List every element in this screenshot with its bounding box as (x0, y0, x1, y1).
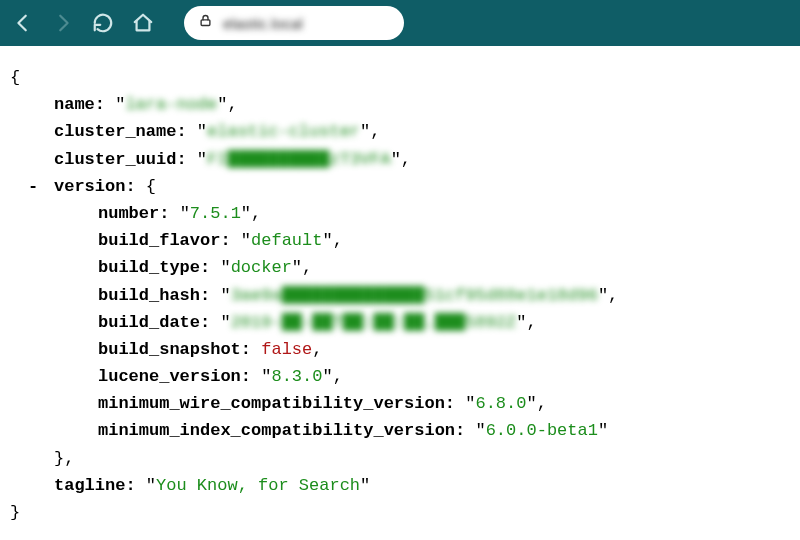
brace-close: } (10, 499, 790, 526)
json-field-tagline: tagline: "You Know, for Search" (10, 472, 790, 499)
svg-rect-0 (201, 20, 210, 26)
json-field-cluster-uuid: cluster_uuid: "FI██████████zT3VFA", (10, 146, 790, 173)
json-field-build-snapshot: build_snapshot: false, (10, 336, 790, 363)
home-button[interactable] (130, 10, 156, 36)
json-field-number: number: "7.5.1", (10, 200, 790, 227)
json-field-build-hash: build_hash: "3ae9a██████████████51cf95d8… (10, 282, 790, 309)
reload-button[interactable] (90, 10, 116, 36)
json-field-build-date: build_date: "2019-██-██T██:██:██.███5892… (10, 309, 790, 336)
json-field-version[interactable]: version: { (10, 173, 790, 200)
back-button[interactable] (10, 10, 36, 36)
forward-button[interactable] (50, 10, 76, 36)
brace-close-version: }, (10, 445, 790, 472)
json-field-lucene-version: lucene_version: "8.3.0", (10, 363, 790, 390)
json-field-min-index-compat: minimum_index_compatibility_version: "6.… (10, 417, 790, 444)
json-field-cluster-name: cluster_name: "elastic-cluster", (10, 118, 790, 145)
brace-open: { (10, 64, 790, 91)
url-bar[interactable]: elastic.local (184, 6, 404, 40)
json-viewer: { name: "lara-node", cluster_name: "elas… (0, 46, 800, 536)
browser-toolbar: elastic.local (0, 0, 800, 46)
lock-icon (198, 13, 213, 33)
json-field-name: name: "lara-node", (10, 91, 790, 118)
url-text: elastic.local (223, 15, 303, 32)
json-field-min-wire-compat: minimum_wire_compatibility_version: "6.8… (10, 390, 790, 417)
json-field-build-flavor: build_flavor: "default", (10, 227, 790, 254)
json-field-build-type: build_type: "docker", (10, 254, 790, 281)
